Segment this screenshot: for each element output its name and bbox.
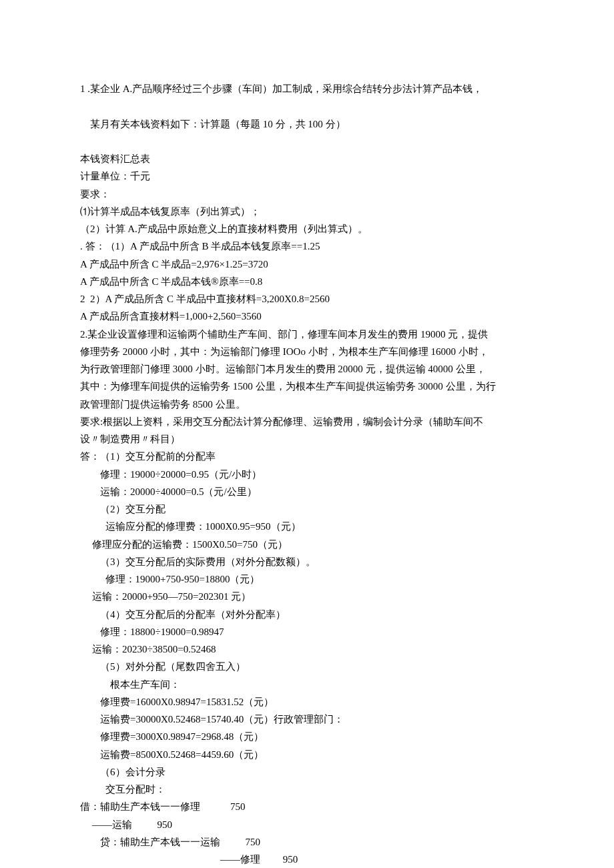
- text-line: 答：（1）交互分配前的分配率: [80, 448, 534, 465]
- text-line: （5）对外分配（尾数四舍五入）: [80, 658, 534, 675]
- text-line: 1 .某企业 A.产品顺序经过三个步骤（车间）加工制成，采用综合结转分步法计算产…: [80, 80, 534, 97]
- text-line: 计量单位：千元: [80, 167, 534, 185]
- text-line: 修理：19000÷20000=0.95（元/小时）: [80, 466, 534, 483]
- text-line: 运输费=8500X0.52468=4459.60（元）: [80, 746, 534, 763]
- text-line: （4）交互分配后的分配率（对外分配率）: [80, 606, 534, 623]
- text-line: 借：辅助生产本钱一一修理 750: [80, 798, 534, 815]
- text-line: 为行政管理部门修理 3000 小时。运输部门本月发生的费用 20000 元，提供…: [80, 360, 534, 378]
- text-line: 修理费=3000X0.98947=2968.48（元）: [80, 728, 534, 745]
- text-line: 要求:根据以上资料，采用交互分配法计算分配修理、运输费用，编制会计分录（辅助车间…: [80, 413, 534, 430]
- text-line: 根本生产车间：: [80, 676, 534, 693]
- text-line: 修理：18800÷19000=0.98947: [80, 623, 534, 640]
- text-line: 修理：19000+750-950=18800（元）: [80, 570, 534, 588]
- text-line: 交互分配时：: [80, 781, 534, 798]
- text-line: 某月有关本钱资料如下：计算题（每题 10 分，共 100 分）: [80, 97, 534, 150]
- document-page: 1 .某企业 A.产品顺序经过三个步骤（车间）加工制成，采用综合结转分步法计算产…: [0, 0, 614, 868]
- text-line: . 答：（1）A 产成品中所含 B 半成品本钱复原率==1.25: [80, 238, 534, 255]
- text-line: 运输：20000÷40000=0.5（元/公里）: [80, 483, 534, 500]
- text-line: （3）交互分配后的实际费用（对外分配数额）。: [80, 553, 534, 570]
- text-span: 某月有关本钱资料如下：: [90, 119, 200, 129]
- text-line: A 产成品中所含 C 半成品=2,976×1.25=3720: [80, 256, 534, 273]
- text-line: 2.某企业设置修理和运输两个辅助生产车间、部门，修理车间本月发生的费用 1900…: [80, 326, 534, 343]
- text-line: 设〃制造费用〃科目）: [80, 430, 534, 448]
- text-line: 本钱资料汇总表: [80, 150, 534, 167]
- text-line: 运输：20230÷38500=0.52468: [80, 640, 534, 658]
- text-line: （2）计算 A.产成品中原始意义上的直接材料费用（列出算式）。: [80, 220, 534, 238]
- text-line: 修理应分配的运输费：1500X0.50=750（元）: [80, 536, 534, 553]
- text-line: ⑴计算半成品本钱复原率（列出算式）；: [80, 203, 534, 220]
- text-line: 修理劳务 20000 小时，其中：为运输部门修理 IOOo 小时，为根本生产车间…: [80, 343, 534, 360]
- text-line: 要求：: [80, 185, 534, 203]
- text-line: ――运输 950: [80, 816, 534, 833]
- text-line: 贷：辅助生产本钱一一运输 750: [80, 833, 534, 851]
- text-line: 运输：20000+950—750=202301 元）: [80, 588, 534, 605]
- text-line: 其中：为修理车间提供的运输劳务 1500 公里，为根本生产车间提供运输劳务 30…: [80, 378, 534, 395]
- text-line: （6）会计分录: [80, 763, 534, 781]
- text-line: A 产成品所含直接材料=1,000+2,560=3560: [80, 308, 534, 325]
- text-line: 2 2）A 产成品所含 C 半成品中直接材料=3,200X0.8=2560: [80, 290, 534, 308]
- text-line: 政管理部门提供运输劳务 8500 公里。: [80, 396, 534, 413]
- text-line: 运输费=30000X0.52468=15740.40（元）行政管理部门：: [80, 711, 534, 728]
- text-line: ――修理 950: [80, 851, 534, 868]
- text-line: A 产成品中所含 C 半成品本钱®原率==0.8: [80, 273, 534, 290]
- text-line: （2）交互分配: [80, 500, 534, 518]
- score-text: 计算题（每题 10 分，共 100 分）: [200, 119, 346, 129]
- text-line: 运输应分配的修理费：1000X0.95=950（元）: [80, 518, 534, 535]
- text-line: 修理费=16000X0.98947=15831.52（元）: [80, 693, 534, 711]
